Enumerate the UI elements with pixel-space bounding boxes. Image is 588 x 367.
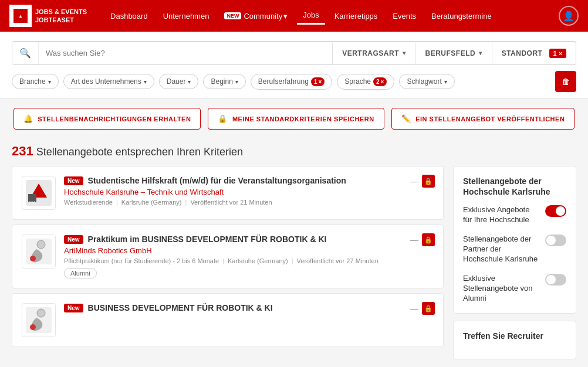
new-badge: New (64, 304, 83, 312)
job-card[interactable]: HKA New Studentische Hilfskraft (m/w/d) … (12, 166, 444, 220)
filter-dauer[interactable]: Dauer ▾ (159, 74, 199, 89)
filter-branche[interactable]: Branche ▾ (12, 74, 59, 89)
nav-unternehmen[interactable]: Unternehmen (157, 8, 215, 24)
nav-dashboard[interactable]: Dashboard (104, 8, 154, 24)
sidebar-item-exklusive: Exklusive Angebote für Ihre Hochschule (463, 205, 566, 225)
chevron-down-icon: ▾ (444, 79, 447, 85)
standardkriterien-button[interactable]: 🔒 MEINE STANDARDKRITERIEN SPEICHERN (208, 108, 384, 130)
nav-beratungstermine[interactable]: Beratungstermine (425, 8, 498, 24)
job-actions: — 🔒 (410, 302, 435, 315)
filter-schlagwort[interactable]: Schlagwort ▾ (399, 74, 454, 89)
bell-icon: 🔔 (23, 114, 33, 123)
standort-badge: 1 × (549, 49, 566, 58)
job-company[interactable]: ArtiMinds Robotics GmbH (64, 246, 434, 255)
logo[interactable]: ▲ JOBS & EVENTS JOBTEASET (9, 5, 87, 27)
job-title: Studentische Hilfskraft (m/w/d) für die … (88, 176, 346, 185)
main-layout: HKA New Studentische Hilfskraft (m/w/d) … (0, 166, 588, 367)
nav-karrieretipps[interactable]: Karrieretipps (329, 8, 384, 24)
results-count: 231 Stellenangebote entsprechen Ihren Kr… (12, 146, 243, 158)
job-company[interactable]: Hochschule Karlsruhe – Technik und Wirts… (64, 188, 434, 196)
company-logo: HKA (22, 176, 56, 210)
chevron-down-icon: ▾ (479, 50, 482, 56)
filter-sprache[interactable]: Sprache 2 × (337, 74, 394, 90)
sidebar-card-title: Stellenangebote der Hochschule Karlsruhe (463, 176, 566, 197)
lock-icon: 🔒 (422, 233, 435, 246)
job-title-row: New Studentische Hilfskraft (m/w/d) für … (64, 176, 434, 185)
sidebar-recruiter-title: Treffen Sie Recruiter (463, 331, 566, 341)
results-header: 231 Stellenangebote entsprechen Ihren Kr… (0, 139, 588, 166)
svg-point-6 (30, 256, 36, 261)
chevron-down-icon: ▾ (48, 79, 51, 85)
filter-art-unternehmen[interactable]: Art des Unternehmens ▾ (63, 74, 154, 89)
svg-point-5 (37, 240, 45, 249)
sidebar: Stellenangebote der Hochschule Karlsruhe… (453, 166, 576, 359)
clear-filters-button[interactable]: 🗑 (555, 71, 576, 92)
vertragsart-dropdown[interactable]: VERTRAGSART ▾ (333, 43, 415, 63)
job-content: New Praktikum im BUSINESS DEVELOPMENT FÜ… (64, 235, 434, 278)
stellenbenachrichtigungen-button[interactable]: 🔔 STELLENBENACHRICHTIGUNGEN ERHALTEN (13, 108, 201, 130)
sidebar-card-stellenangebote: Stellenangebote der Hochschule Karlsruhe… (453, 166, 576, 314)
sidebar-item-partner: Stellenangebote der Partner der Hochschu… (463, 235, 566, 264)
job-content: New Studentische Hilfskraft (m/w/d) für … (64, 176, 434, 206)
stellenangebot-button[interactable]: ✏️ EIN STELLENANGEBOT VERÖFFENTLICHEN (391, 108, 575, 130)
job-content: New BUSINESS DEVELOPMENT FÜR ROBOTIK & K… (64, 303, 434, 315)
filter-row: Branche ▾ Art des Unternehmens ▾ Dauer ▾… (12, 71, 576, 92)
berufsfeld-dropdown[interactable]: BERUFSFELD ▾ (415, 43, 491, 63)
lock-icon: 🔒 (218, 114, 228, 123)
logo-text: JOBS & EVENTS JOBTEASET (35, 8, 87, 25)
bookmark-icon[interactable]: — (410, 176, 418, 186)
new-badge: New (64, 235, 83, 244)
chevron-down-icon: ▾ (283, 12, 288, 21)
search-input[interactable] (39, 43, 332, 63)
job-title: BUSINESS DEVELOPMENT FÜR ROBOTIK & KI (88, 303, 273, 312)
search-icon: 🔍 (12, 42, 39, 64)
new-badge: New (64, 176, 83, 185)
navbar: ▲ JOBS & EVENTS JOBTEASET Dashboard Unte… (0, 0, 588, 32)
sprache-badge: 2 × (373, 77, 387, 86)
filter-beginn[interactable]: Beginn ▾ (203, 74, 245, 89)
job-card[interactable]: New BUSINESS DEVELOPMENT FÜR ROBOTIK & K… (12, 293, 444, 347)
toggle-exklusive[interactable] (545, 205, 566, 217)
company-logo (22, 303, 56, 337)
filter-berufserfahrung[interactable]: Berufserfahrung 1 × (251, 74, 332, 90)
nav-events[interactable]: Events (387, 8, 422, 24)
toggle-partner[interactable] (545, 235, 566, 246)
pencil-icon: ✏️ (401, 114, 411, 123)
berufserfahrung-badge: 1 × (311, 77, 325, 86)
search-section: 🔍 VERTRAGSART ▾ BERUFSFELD ▾ STANDORT 1 … (0, 32, 588, 98)
job-title-row: New Praktikum im BUSINESS DEVELOPMENT FÜ… (64, 235, 434, 244)
chevron-down-icon: ▾ (144, 79, 147, 85)
sidebar-card-recruiter: Treffen Sie Recruiter (453, 321, 576, 359)
lock-icon: 🔒 (422, 302, 435, 315)
job-card[interactable]: New Praktikum im BUSINESS DEVELOPMENT FÜ… (12, 225, 444, 288)
nav-jobs[interactable]: Jobs (297, 7, 325, 25)
job-meta: Werkstudierende | Karlsruhe (Germany) | … (64, 199, 434, 206)
chevron-down-icon: ▾ (188, 79, 191, 85)
svg-point-9 (30, 324, 36, 330)
logo-box: ▲ (9, 5, 32, 27)
sidebar-item-alumni: Exklusive Stellenangebote von Alumni (463, 274, 566, 304)
job-meta: Pflichtpraktikum (nur für Studierende) -… (64, 257, 434, 264)
trash-icon: 🗑 (562, 77, 570, 86)
company-logo (22, 235, 56, 269)
actions-section: 🔔 STELLENBENACHRICHTIGUNGEN ERHALTEN 🔒 M… (0, 98, 588, 139)
bookmark-icon[interactable]: — (410, 235, 418, 244)
standort-clear[interactable]: × (559, 50, 563, 57)
toggle-alumni[interactable] (545, 274, 566, 286)
nav-links: Dashboard Unternehmen NEW Community ▾ Jo… (104, 7, 554, 25)
job-title: Praktikum im BUSINESS DEVELOPMENT FÜR RO… (88, 235, 327, 244)
job-list: HKA New Studentische Hilfskraft (m/w/d) … (12, 166, 444, 359)
user-icon: 👤 (563, 11, 575, 22)
standort-dropdown[interactable]: STANDORT 1 × (492, 43, 576, 64)
chevron-down-icon: ▾ (235, 79, 238, 85)
job-tag: Alumni (64, 268, 97, 278)
job-actions: — 🔒 (410, 175, 435, 188)
job-actions: — 🔒 (410, 233, 435, 246)
nav-community[interactable]: NEW Community ▾ (218, 8, 293, 24)
job-title-row: New BUSINESS DEVELOPMENT FÜR ROBOTIK & K… (64, 303, 434, 312)
lock-icon: 🔒 (422, 175, 435, 188)
user-avatar[interactable]: 👤 (559, 6, 579, 26)
bookmark-icon[interactable]: — (410, 304, 418, 313)
community-badge: NEW (224, 12, 241, 19)
svg-text:HKA: HKA (29, 201, 36, 204)
